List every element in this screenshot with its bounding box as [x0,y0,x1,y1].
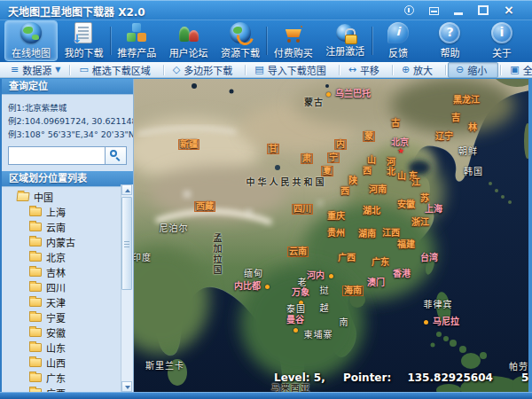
map-label: 朝鲜 [458,147,478,156]
search-icon [110,150,117,157]
toolbar-button-label: 付费购买 [268,45,319,59]
window-title: 天地图卫星地图下载器 X2.0 [8,4,145,19]
toolbar-button-label: 在线地图 [5,45,57,59]
tree-item[interactable]: 山东 [2,340,133,355]
tool-icon: ◇ [173,65,180,74]
toolbar-icon [491,22,512,43]
tree-item-label: 山东 [46,340,66,355]
tool-button[interactable] [392,65,393,75]
close-button[interactable]: × [504,4,514,15]
sidebar-scrollbar[interactable] [121,184,133,392]
tree-item[interactable]: 内蒙古 [2,234,133,249]
map-label: 安徽 [397,200,415,209]
tree-item[interactable]: 安徽 [2,325,133,340]
map-label: 万象 [292,288,309,297]
tree-item-label: 云南 [46,220,66,234]
status-zoom-level: Level: 5, [274,372,325,384]
scroll-up-button[interactable] [121,184,132,195]
tree-item[interactable]: 广西 [2,385,133,392]
toolbar-icon [387,22,409,43]
toolbar-button[interactable]: 帮助 [424,21,475,60]
map-label: 山 [397,172,406,181]
tree-item[interactable]: 四川 [2,279,133,294]
map-label: 广东 [372,258,389,267]
map-label: 夏 [321,166,333,176]
titlebar: 天地图卫星地图下载器 X2.0 × [0,0,532,20]
map-label: 古 [391,119,400,128]
tool-button[interactable]: ⊕ 放大 [395,63,443,77]
search-example-line: 例2:104.09691724, 30.62114865 [8,114,129,128]
tool-button-label: 多边形下载 [184,63,232,77]
toolbar-button[interactable]: 反馈 [372,21,424,60]
float-window-icon[interactable] [429,7,439,15]
toolbar-button[interactable]: 资源下载 [215,21,266,60]
toolbar-button[interactable]: 付费购买 [268,21,319,60]
map-label: 新疆 [178,139,200,150]
toolbar-button-label: 帮助 [424,45,475,59]
toolbar-button[interactable]: 关于 [476,21,528,60]
map-label: 湖北 [363,207,380,215]
tool-button[interactable] [245,65,246,75]
map-label: 马尼拉 [433,317,459,326]
toolbar-button[interactable]: 注册激活 [319,21,371,60]
search-examples: 例1:北京紫禁城 例2:104.09691724, 30.62114865 例3… [2,95,133,144]
map-label: 中华人民共和国 [246,178,327,187]
map-label: 广西 [338,254,356,262]
maximize-button[interactable] [478,5,489,15]
map-label: 台湾 [420,254,438,262]
map-label: 西 [340,187,349,196]
map-label: 斯里兰卡 [145,362,184,371]
tree-item-label: 广东 [46,371,66,385]
map-label: 尼泊尔 [160,224,189,233]
toolbar-button[interactable]: 用户论坛 [163,21,215,60]
tree-item[interactable]: 云南 [2,219,133,234]
scroll-down-button[interactable] [121,381,132,392]
tool-button[interactable] [69,65,70,75]
info-icon[interactable] [404,5,414,15]
tool-button[interactable]: ▭ 框选下载区域 [72,63,160,77]
tree-item[interactable]: 中国 [2,189,133,204]
map-label: 湖南 [358,230,376,239]
tree-item[interactable]: 天津 [2,294,133,309]
map-label: 蒙古 [304,98,324,107]
folder-icon [29,238,42,246]
search-input[interactable] [8,146,105,165]
content-area: 查询定位 例1:北京紫禁城 例2:104.09691724, 30.621148… [0,79,532,392]
toolbar-button[interactable]: 在线地图 [4,20,58,61]
minimize-button[interactable] [454,4,463,15]
tool-button[interactable] [445,65,446,75]
map-label: 辽宁 [435,132,453,141]
map-label: 上海 [425,205,442,214]
tool-button[interactable]: ⊖ 缩小 [448,62,498,78]
tool-button[interactable]: ◇ 多边形下载 [166,63,243,77]
toolbar-button[interactable]: 推荐产品 [111,21,162,60]
main-toolbar: 在线地图 我的下载 推荐产品 用户论坛 [0,20,532,62]
tree-item[interactable]: 北京 [2,249,133,264]
window-bottom-edge [0,392,532,399]
tool-button[interactable]: ≡ 数据源 ▼ [4,63,67,77]
regions-panel-header: 区域划分位置列表 [2,171,133,187]
tree-item[interactable]: 山西 [2,355,133,370]
map-label: 香港 [393,270,411,278]
search-button[interactable] [105,146,127,165]
status-latitude: 51.32055101 [521,372,528,384]
toolbar-button[interactable]: 我的下载 [58,21,109,60]
tool-button[interactable] [339,65,340,75]
tool-button[interactable]: ▤ 导入下载范围 [247,63,336,77]
map-label: 海南 [342,286,364,296]
tool-button[interactable] [163,65,164,75]
tree-item[interactable]: 宁夏 [2,309,133,325]
tree-item[interactable]: 吉林 [2,264,133,279]
tool-button[interactable] [500,65,501,75]
tool-button[interactable]: ↔ 平移 [341,63,390,77]
map-label: 缅甸 [244,270,263,278]
map-label: 内比都 [234,282,261,291]
map-canvas[interactable]: 蒙古 乌兰巴托 中华人民共和国 黑龙江 吉 林 辽宁 朝鲜 韩国 [134,79,528,392]
tree-item[interactable]: 广东 [2,370,133,385]
scrollbar-thumb[interactable] [121,197,132,290]
tool-button[interactable]: ▣ 全视图 [503,63,532,77]
tree-item[interactable]: 上海 [2,204,133,219]
map-label: 蒙 [363,131,375,142]
map-label: 内 [334,139,347,150]
map-label: 柬埔寨 [304,331,333,340]
